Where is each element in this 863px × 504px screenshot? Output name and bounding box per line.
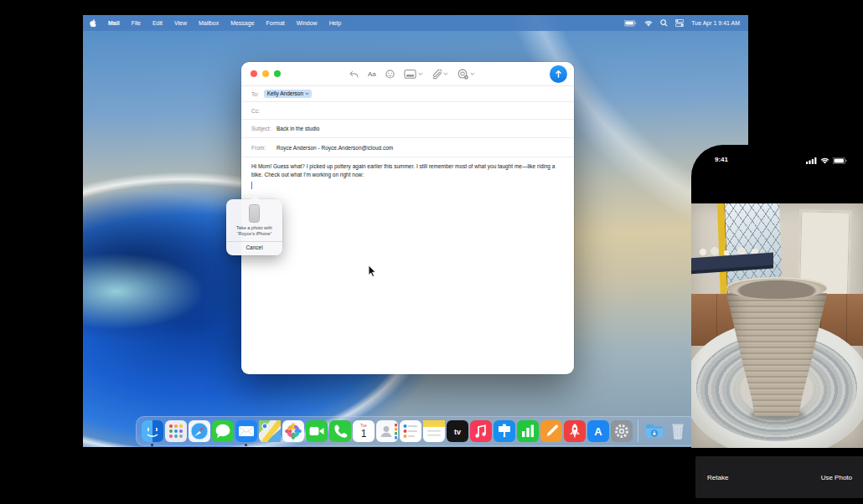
chevron-down-icon: [443, 72, 448, 76]
keynote-icon[interactable]: [494, 420, 515, 442]
menu-item-window[interactable]: Window: [291, 20, 323, 26]
appstore-icon[interactable]: A: [587, 420, 609, 442]
window-toolbar: Aa: [241, 62, 574, 86]
menu-item-app[interactable]: Mail: [102, 20, 126, 26]
wifi-icon: [820, 157, 829, 164]
use-photo-button[interactable]: Use Photo: [821, 474, 852, 481]
camera-preview-photo: [691, 203, 863, 448]
recipient-name: Kelly Anderson: [267, 90, 303, 96]
retake-button[interactable]: Retake: [707, 474, 728, 481]
recipient-token[interactable]: Kelly Anderson: [264, 90, 312, 98]
maps-icon[interactable]: [259, 420, 281, 442]
tv-label: tv: [454, 428, 461, 436]
wifi-icon[interactable]: [644, 20, 653, 27]
iphone-status-bar: 9:41: [691, 145, 863, 178]
mail-compose-window: Aa To: Kelly Anderson Cc: Subject: Back …: [241, 62, 574, 374]
cellular-signal-icon: [806, 157, 817, 164]
calendar-day-label: 1: [361, 428, 367, 440]
battery-icon: [833, 157, 847, 164]
downloads-folder-icon[interactable]: [643, 420, 665, 442]
photos-icon[interactable]: [282, 420, 304, 442]
minimize-button[interactable]: [262, 70, 269, 77]
undo-button[interactable]: [349, 70, 359, 79]
attach-button[interactable]: [432, 69, 448, 80]
messages-icon[interactable]: [212, 420, 234, 442]
from-field[interactable]: From: Royce Anderson - Royce.Anderson@ic…: [241, 138, 574, 157]
clay-pot-body: [726, 285, 827, 416]
message-body[interactable]: Hi Mom! Guess what? I picked up pottery …: [251, 162, 564, 179]
launchpad-icon[interactable]: [165, 420, 187, 442]
popover-title-line1: Take a photo with: [226, 225, 282, 231]
mail-icon[interactable]: [235, 420, 257, 442]
menu-item-format[interactable]: Format: [261, 20, 291, 26]
search-icon[interactable]: [660, 19, 668, 27]
apple-menu[interactable]: [83, 18, 102, 28]
pages-icon[interactable]: [540, 420, 562, 442]
dock: Tue1 tv A: [136, 416, 697, 446]
insert-from-device-icon: [457, 69, 468, 80]
facetime-icon[interactable]: [306, 420, 328, 442]
cc-label: Cc:: [241, 108, 260, 114]
emoji-button[interactable]: [385, 69, 395, 79]
dock-separator: [638, 420, 638, 442]
control-center-icon[interactable]: [675, 19, 684, 27]
numbers-icon[interactable]: [517, 420, 539, 442]
chevron-down-icon: [470, 72, 475, 76]
apple-logo-icon: [89, 18, 96, 28]
mouse-cursor: [368, 265, 377, 281]
undo-icon: [349, 70, 359, 79]
insert-from-device-button[interactable]: [457, 69, 475, 80]
menu-item-message[interactable]: Message: [225, 20, 260, 26]
cc-field[interactable]: Cc:: [241, 102, 574, 120]
finder-icon[interactable]: [142, 420, 163, 442]
subject-value: Back in the studio: [276, 126, 319, 131]
format-button[interactable]: Aa: [368, 70, 376, 78]
iphone-screen: 9:41 Retake Use Photo: [691, 145, 863, 504]
close-button[interactable]: [251, 70, 257, 77]
menu-item-edit[interactable]: Edit: [147, 20, 168, 26]
emoji-icon: [385, 69, 395, 79]
trash-icon[interactable]: [667, 420, 689, 442]
photo-browser-button[interactable]: [404, 69, 423, 79]
clay-pot: [726, 277, 827, 416]
iphone-time: 9:41: [715, 156, 728, 163]
rocket-app-icon[interactable]: [564, 420, 586, 442]
continuity-camera-popover: Take a photo with “Royce’s iPhone” Cance…: [226, 199, 282, 255]
safari-icon[interactable]: [189, 420, 210, 442]
contacts-icon[interactable]: [376, 420, 398, 442]
send-arrow-icon: [554, 69, 563, 79]
phone-icon[interactable]: [329, 420, 351, 442]
zoom-button[interactable]: [274, 70, 281, 77]
tv-icon[interactable]: tv: [447, 420, 468, 442]
camera-action-bar: Retake Use Photo: [695, 456, 863, 498]
appstore-glyph: A: [594, 425, 602, 438]
notes-icon[interactable]: [423, 420, 445, 442]
subject-field[interactable]: Subject: Back in the studio: [241, 120, 574, 138]
menu-item-file[interactable]: File: [126, 20, 147, 26]
clay-pot-rim: [726, 277, 827, 299]
menu-item-mailbox[interactable]: Mailbox: [193, 20, 225, 26]
to-label: To:: [241, 91, 259, 97]
cancel-button[interactable]: Cancel: [226, 242, 282, 251]
settings-icon[interactable]: [611, 420, 633, 442]
chevron-down-icon: [305, 92, 309, 95]
send-button[interactable]: [550, 65, 567, 83]
from-label: From:: [241, 145, 266, 151]
paperclip-icon: [432, 69, 442, 80]
subject-label: Subject:: [241, 126, 271, 131]
menu-bar: Mail File Edit View Mailbox Message Form…: [83, 15, 748, 31]
text-caret: [251, 182, 252, 189]
to-field[interactable]: To: Kelly Anderson: [241, 86, 574, 102]
calendar-icon[interactable]: Tue1: [353, 420, 375, 442]
music-icon[interactable]: [470, 420, 492, 442]
battery-icon[interactable]: [624, 20, 637, 27]
photo-browser-icon: [404, 69, 416, 79]
menu-item-view[interactable]: View: [168, 20, 193, 26]
popover-title-line2: “Royce’s iPhone”: [226, 231, 282, 237]
iphone-icon: [249, 204, 260, 223]
reminders-icon[interactable]: [400, 420, 421, 442]
menu-item-help[interactable]: Help: [323, 20, 347, 26]
from-value: Royce Anderson - Royce.Anderson@icloud.c…: [276, 145, 393, 151]
menu-clock[interactable]: Tue Apr 1 9:41 AM: [691, 20, 740, 26]
chevron-down-icon: [418, 72, 423, 76]
